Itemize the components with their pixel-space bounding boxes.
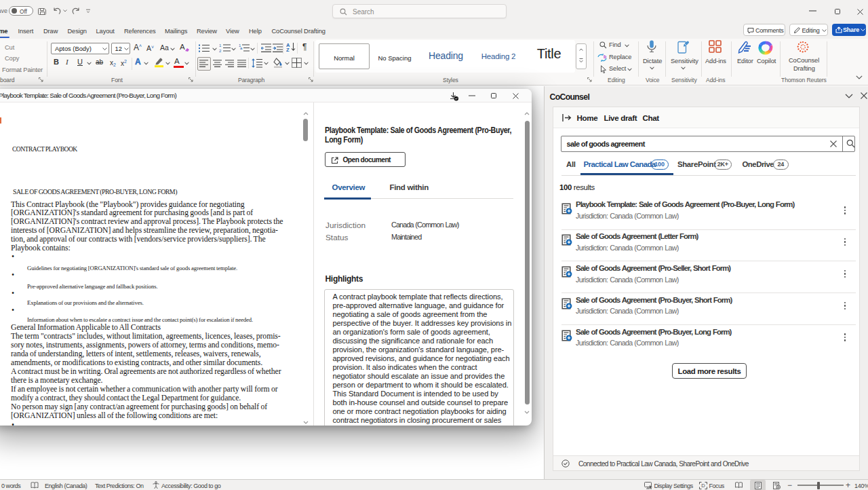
svg-text:b: b xyxy=(604,54,606,59)
svg-text:D: D xyxy=(701,483,705,489)
svg-text:2: 2 xyxy=(219,49,222,52)
svg-text:Z: Z xyxy=(286,47,290,52)
svg-text:a: a xyxy=(240,46,243,50)
svg-text:1: 1 xyxy=(219,43,222,48)
